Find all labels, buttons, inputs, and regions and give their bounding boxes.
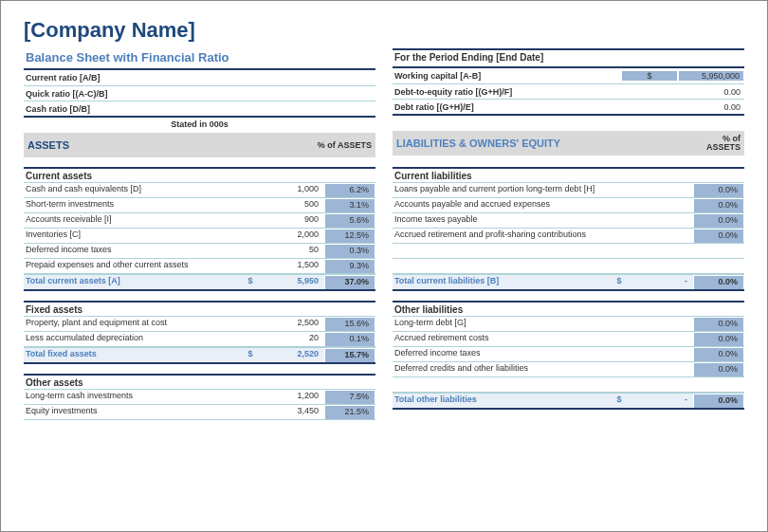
line-label: Cash and cash equivalents [D] <box>24 183 241 197</box>
line-row: Accrued retirement costs0.0% <box>393 332 744 347</box>
dollar <box>610 362 629 376</box>
liabilities-band: LIABILITIES & OWNERS' EQUITY % ofASSETS <box>393 131 744 156</box>
line-row: Prepaid expenses and other current asset… <box>24 259 375 274</box>
dollar <box>610 183 629 197</box>
pct-of-assets-label: % ofASSETS <box>678 135 744 152</box>
dollar <box>241 229 260 243</box>
ratio-label: Debt ratio [(G+H)/E] <box>393 102 695 112</box>
line-label: Long-term debt [G] <box>393 317 610 331</box>
ratio-label: Current ratio [A/B] <box>24 73 326 83</box>
line-pct: 9.3% <box>324 259 375 273</box>
line-row: Cash and cash equivalents [D]1,0006.2% <box>24 183 375 198</box>
assets-label: ASSETS <box>24 139 309 151</box>
line-label: Deferred credits and other liabilities <box>393 362 610 376</box>
total-row: Total current liabilities [B]$-0.0% <box>393 274 744 291</box>
line-pct: 12.5% <box>324 229 375 243</box>
section-header: Other assets <box>24 374 375 390</box>
line-pct: 5.6% <box>324 213 375 228</box>
line-pct: 21.5% <box>324 405 375 419</box>
line-pct: 0.0% <box>693 347 744 361</box>
line-row: Deferred credits and other liabilities0.… <box>393 362 744 377</box>
section-header: Current assets <box>24 167 375 183</box>
blank-row: . <box>393 259 744 274</box>
line-label: Deferred income taxes <box>24 244 241 258</box>
line-row: Deferred income taxes500.3% <box>24 244 375 259</box>
line-value: 50 <box>260 244 324 258</box>
ratio-row: Current ratio [A/B] <box>24 70 375 85</box>
line-pct: 0.0% <box>693 229 744 243</box>
dollar-sign: $ <box>610 394 629 408</box>
line-label: Prepaid expenses and other current asset… <box>24 259 241 273</box>
ratio-label: Cash ratio [D/B] <box>24 104 326 114</box>
liabilities-label: LIABILITIES & OWNERS' EQUITY <box>393 138 678 149</box>
period-border: For the Period Ending [End Date] <box>393 48 744 68</box>
total-pct: 37.0% <box>324 275 375 289</box>
ratio-row: Debt ratio [(G+H)/E] 0.00 <box>393 99 744 114</box>
total-value: - <box>629 394 693 408</box>
line-value: 1,000 <box>260 183 324 197</box>
current-liabilities-section: Current liabilities Loans payable and cu… <box>393 167 744 291</box>
line-row: Loans payable and current portion long-t… <box>393 183 744 198</box>
ratio-row: Debt-to-equity ratio [(G+H)/F] 0.00 <box>393 83 744 99</box>
right-top-col: For the Period Ending [End Date] Working… <box>393 48 744 157</box>
line-pct: 0.0% <box>693 183 744 197</box>
assets-col: Current assets Cash and cash equivalents… <box>24 157 375 420</box>
line-label: Deferred income taxes <box>393 347 610 361</box>
line-value <box>629 213 693 228</box>
dollar <box>241 183 260 197</box>
other-assets-section: Other assets Long-term cash investments1… <box>24 374 375 420</box>
total-row: Total current assets [A]$5,95037.0% <box>24 274 375 291</box>
ratio-value: 0.00 <box>695 87 744 97</box>
dollar-sign: $ <box>241 275 260 289</box>
line-pct: 6.2% <box>324 183 375 197</box>
section-header: Current liabilities <box>393 167 744 183</box>
line-row: Long-term cash investments1,2007.5% <box>24 390 375 405</box>
main-columns: Current assets Cash and cash equivalents… <box>24 157 744 420</box>
line-label: Accounts payable and accrued expenses <box>393 198 610 212</box>
assets-band: ASSETS % of ASSETS <box>24 133 375 157</box>
line-row: Long-term debt [G]0.0% <box>393 317 744 332</box>
ratio-label: Quick ratio [(A-C)/B] <box>24 89 326 99</box>
line-row: Accounts payable and accrued expenses0.0… <box>393 198 744 213</box>
line-label: Loans payable and current portion long-t… <box>393 183 610 197</box>
dollar <box>610 332 629 346</box>
ratio-label: Debt-to-equity ratio [(G+H)/F] <box>393 87 695 97</box>
ratio-row: Working capital [A-B] $ 5,950,000 <box>393 68 744 83</box>
period-header: For the Period Ending [End Date] <box>393 50 744 68</box>
section-header: Other liabilities <box>393 301 744 317</box>
left-top-col: Balance Sheet with Financial Ratio Curre… <box>24 48 375 157</box>
balance-sheet-page: [Company Name] Balance Sheet with Financ… <box>0 0 768 532</box>
line-value: 1,200 <box>260 390 324 404</box>
dollar <box>241 213 260 228</box>
line-value <box>629 347 693 361</box>
line-value <box>629 229 693 243</box>
dollar <box>610 213 629 228</box>
ratios-right-band: Working capital [A-B] $ 5,950,000 Debt-t… <box>393 68 744 116</box>
line-value <box>629 183 693 197</box>
line-label: Property, plant and equipment at cost <box>24 317 241 331</box>
line-row: Property, plant and equipment at cost2,5… <box>24 317 375 332</box>
line-value <box>629 317 693 331</box>
ratio-row: Quick ratio [(A-C)/B] <box>24 85 375 101</box>
total-pct: 0.0% <box>693 275 744 289</box>
line-label: Inventories [C] <box>24 229 241 243</box>
company-title: [Company Name] <box>24 18 744 43</box>
line-row: Deferred income taxes0.0% <box>393 347 744 362</box>
blank-row: . <box>393 377 744 393</box>
dollar <box>241 259 260 273</box>
spacer <box>393 116 744 129</box>
line-label: Long-term cash investments <box>24 390 241 404</box>
total-value: 5,950 <box>260 275 324 289</box>
blank-row: . <box>393 244 744 259</box>
dollar <box>610 317 629 331</box>
section-header: Fixed assets <box>24 301 375 317</box>
stated-label: Stated in 000s <box>24 118 375 131</box>
dollar <box>610 198 629 212</box>
line-value <box>629 362 693 376</box>
line-label: Short-term investments <box>24 198 241 212</box>
ratios-left-band: Current ratio [A/B] Quick ratio [(A-C)/B… <box>24 68 375 118</box>
total-row: Total other liabilities$-0.0% <box>393 393 744 410</box>
total-pct: 0.0% <box>693 394 744 408</box>
total-value: 2,520 <box>260 348 324 362</box>
line-pct: 0.0% <box>693 198 744 212</box>
